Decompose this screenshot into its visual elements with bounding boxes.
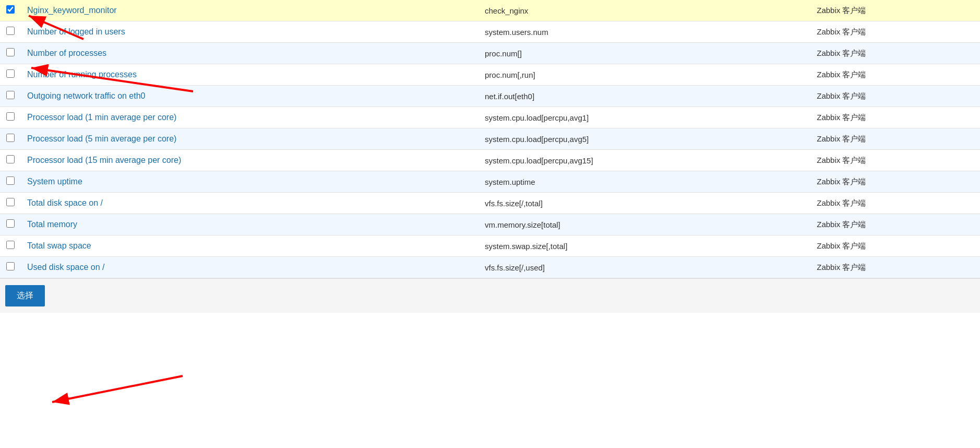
item-key-cell: system.cpu.load[percpu,avg1] (479, 107, 810, 128)
item-name-link[interactable]: Total memory (27, 220, 77, 229)
item-type-cell: Zabbix 客户端 (810, 193, 980, 214)
checkbox-cell (0, 235, 21, 257)
item-name-link[interactable]: Total disk space on / (27, 198, 103, 207)
item-name-cell: Total disk space on / (21, 193, 479, 214)
row-checkbox[interactable] (6, 69, 15, 78)
item-name-cell: Processor load (5 min average per core) (21, 128, 479, 150)
item-type-cell: Zabbix 客户端 (810, 0, 980, 21)
row-checkbox[interactable] (6, 48, 15, 56)
table-row: Total memoryvm.memory.size[total]Zabbix … (0, 214, 980, 235)
item-type-cell: Zabbix 客户端 (810, 64, 980, 86)
checkbox-cell (0, 128, 21, 150)
item-name-link[interactable]: Processor load (1 min average per core) (27, 113, 176, 122)
row-checkbox[interactable] (6, 176, 15, 185)
item-name-cell: Number of processes (21, 43, 479, 64)
item-name-cell: Used disk space on / (21, 257, 479, 278)
page-wrapper: Nginx_keyword_monitorcheck_nginxZabbix 客… (0, 0, 980, 448)
table-row: Processor load (1 min average per core)s… (0, 107, 980, 128)
item-type-cell: Zabbix 客户端 (810, 257, 980, 278)
row-checkbox[interactable] (6, 134, 15, 142)
item-name-cell: Nginx_keyword_monitor (21, 0, 479, 21)
item-name-cell: Total memory (21, 214, 479, 235)
item-name-link[interactable]: Number of processes (27, 49, 106, 57)
table-row: Nginx_keyword_monitorcheck_nginxZabbix 客… (0, 0, 980, 21)
checkbox-cell (0, 21, 21, 43)
item-key-cell: vm.memory.size[total] (479, 214, 810, 235)
table-row: Number of logged in userssystem.users.nu… (0, 21, 980, 43)
item-key-cell: vfs.fs.size[/,used] (479, 257, 810, 278)
item-type-cell: Zabbix 客户端 (810, 86, 980, 107)
table-row: Processor load (5 min average per core)s… (0, 128, 980, 150)
item-type-cell: Zabbix 客户端 (810, 43, 980, 64)
table-row: System uptimesystem.uptimeZabbix 客户端 (0, 171, 980, 193)
item-type-cell: Zabbix 客户端 (810, 107, 980, 128)
item-name-link[interactable]: Number of running processes (27, 70, 137, 79)
checkbox-cell (0, 64, 21, 86)
row-checkbox[interactable] (6, 27, 15, 35)
items-table: Nginx_keyword_monitorcheck_nginxZabbix 客… (0, 0, 980, 278)
row-checkbox[interactable] (6, 219, 15, 228)
item-key-cell: check_nginx (479, 0, 810, 21)
item-name-cell: System uptime (21, 171, 479, 193)
item-name-link[interactable]: Outgoing network traffic on eth0 (27, 91, 146, 100)
table-row: Number of running processesproc.num[,run… (0, 64, 980, 86)
checkbox-cell (0, 257, 21, 278)
item-key-cell: system.users.num (479, 21, 810, 43)
table-row: Total disk space on /vfs.fs.size[/,total… (0, 193, 980, 214)
item-type-cell: Zabbix 客户端 (810, 171, 980, 193)
item-name-link[interactable]: Used disk space on / (27, 263, 105, 272)
item-name-link[interactable]: Processor load (5 min average per core) (27, 134, 176, 143)
item-key-cell: system.cpu.load[percpu,avg15] (479, 150, 810, 171)
table-row: Number of processesproc.num[]Zabbix 客户端 (0, 43, 980, 64)
select-button[interactable]: 选择 (5, 285, 45, 306)
table-row: Processor load (15 min average per core)… (0, 150, 980, 171)
checkbox-cell (0, 0, 21, 21)
footer-bar: 选择 (0, 278, 980, 313)
checkbox-cell (0, 193, 21, 214)
item-type-cell: Zabbix 客户端 (810, 21, 980, 43)
row-checkbox[interactable] (6, 112, 15, 121)
item-key-cell: system.swap.size[,total] (479, 235, 810, 257)
item-name-link[interactable]: Number of logged in users (27, 27, 125, 36)
item-key-cell: system.uptime (479, 171, 810, 193)
table-row: Total swap spacesystem.swap.size[,total]… (0, 235, 980, 257)
row-checkbox[interactable] (6, 91, 15, 99)
table-row: Used disk space on /vfs.fs.size[/,used]Z… (0, 257, 980, 278)
row-checkbox[interactable] (6, 262, 15, 270)
item-name-cell: Processor load (15 min average per core) (21, 150, 479, 171)
row-checkbox[interactable] (6, 241, 15, 249)
checkbox-cell (0, 171, 21, 193)
item-name-cell: Number of running processes (21, 64, 479, 86)
svg-line-5 (52, 376, 183, 402)
checkbox-cell (0, 107, 21, 128)
table-row: Outgoing network traffic on eth0net.if.o… (0, 86, 980, 107)
item-name-cell: Total swap space (21, 235, 479, 257)
item-key-cell: proc.num[,run] (479, 64, 810, 86)
checkbox-cell (0, 86, 21, 107)
item-key-cell: vfs.fs.size[/,total] (479, 193, 810, 214)
row-checkbox[interactable] (6, 5, 15, 14)
row-checkbox[interactable] (6, 198, 15, 206)
item-type-cell: Zabbix 客户端 (810, 214, 980, 235)
item-name-link[interactable]: Processor load (15 min average per core) (27, 156, 181, 164)
item-type-cell: Zabbix 客户端 (810, 150, 980, 171)
item-name-link[interactable]: Total swap space (27, 241, 91, 250)
item-key-cell: proc.num[] (479, 43, 810, 64)
checkbox-cell (0, 150, 21, 171)
item-key-cell: net.if.out[eth0] (479, 86, 810, 107)
item-name-cell: Outgoing network traffic on eth0 (21, 86, 479, 107)
item-type-cell: Zabbix 客户端 (810, 235, 980, 257)
item-name-cell: Processor load (1 min average per core) (21, 107, 479, 128)
item-name-cell: Number of logged in users (21, 21, 479, 43)
item-name-link[interactable]: Nginx_keyword_monitor (27, 6, 117, 15)
row-checkbox[interactable] (6, 155, 15, 163)
checkbox-cell (0, 43, 21, 64)
item-name-link[interactable]: System uptime (27, 177, 82, 186)
item-type-cell: Zabbix 客户端 (810, 128, 980, 150)
checkbox-cell (0, 214, 21, 235)
arrow-3 (0, 360, 198, 412)
item-key-cell: system.cpu.load[percpu,avg5] (479, 128, 810, 150)
